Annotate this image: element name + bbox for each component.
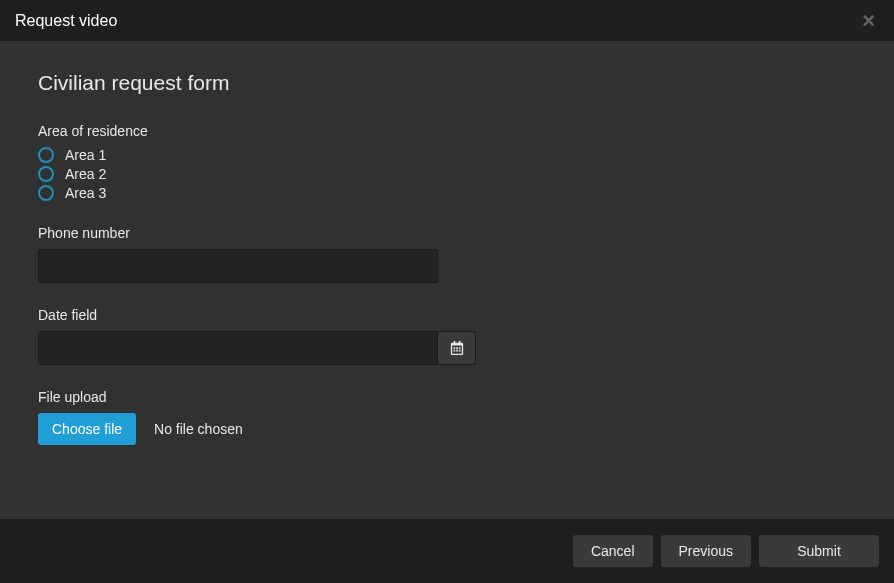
date-input[interactable]	[38, 331, 438, 365]
radio-icon	[38, 147, 54, 163]
request-video-modal: Request video × Civilian request form Ar…	[0, 0, 894, 583]
form-title: Civilian request form	[38, 71, 856, 95]
file-row: Choose file No file chosen	[38, 413, 856, 445]
calendar-icon	[450, 341, 464, 355]
modal-header: Request video ×	[0, 0, 894, 41]
modal-title: Request video	[15, 12, 117, 30]
area-of-residence-group: Area of residence Area 1 Area 2 Area 3	[38, 123, 856, 201]
date-label: Date field	[38, 307, 856, 323]
area-radio-1[interactable]: Area 1	[38, 147, 856, 163]
radio-icon	[38, 185, 54, 201]
radio-label: Area 1	[65, 147, 106, 163]
close-icon: ×	[862, 8, 875, 33]
area-radio-2[interactable]: Area 2	[38, 166, 856, 182]
file-status: No file chosen	[154, 421, 243, 437]
choose-file-button[interactable]: Choose file	[38, 413, 136, 445]
area-label: Area of residence	[38, 123, 856, 139]
radio-label: Area 3	[65, 185, 106, 201]
file-upload-group: File upload Choose file No file chosen	[38, 389, 856, 445]
area-radio-group: Area 1 Area 2 Area 3	[38, 147, 856, 201]
submit-button[interactable]: Submit	[759, 535, 879, 567]
close-button[interactable]: ×	[858, 10, 879, 32]
previous-button[interactable]: Previous	[661, 535, 751, 567]
modal-body: Civilian request form Area of residence …	[0, 41, 894, 519]
cancel-button[interactable]: Cancel	[573, 535, 653, 567]
date-picker-button[interactable]	[438, 331, 476, 365]
date-field-group: Date field	[38, 307, 856, 365]
radio-label: Area 2	[65, 166, 106, 182]
date-input-group	[38, 331, 476, 365]
radio-icon	[38, 166, 54, 182]
file-label: File upload	[38, 389, 856, 405]
phone-number-group: Phone number	[38, 225, 856, 283]
phone-input[interactable]	[38, 249, 438, 283]
modal-footer: Cancel Previous Submit	[0, 519, 894, 583]
phone-label: Phone number	[38, 225, 856, 241]
area-radio-3[interactable]: Area 3	[38, 185, 856, 201]
